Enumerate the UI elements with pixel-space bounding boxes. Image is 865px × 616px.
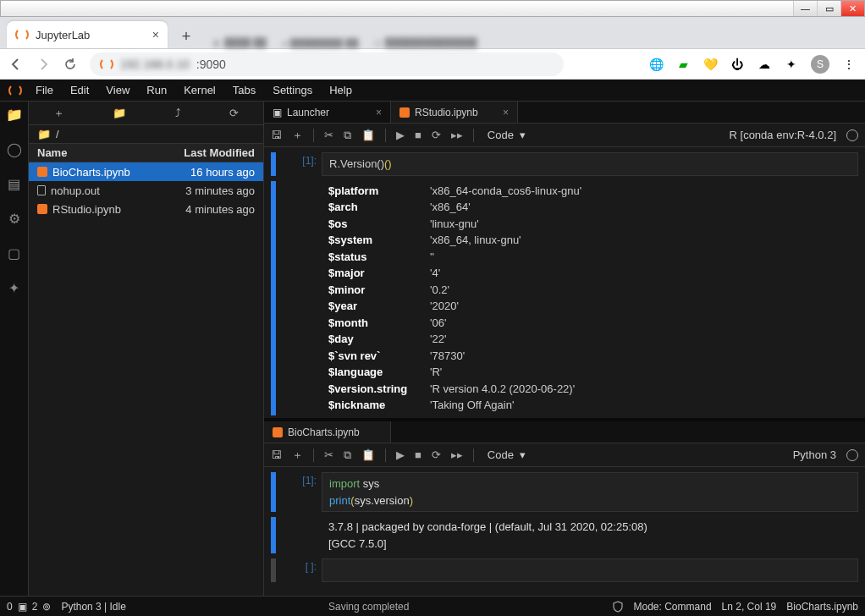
- paste-button[interactable]: 📋: [361, 448, 375, 461]
- kebab-menu-icon[interactable]: ⋮: [841, 57, 857, 72]
- back-button[interactable]: [8, 57, 24, 72]
- code-cell[interactable]: [1]: import sys print(sys.version): [271, 472, 858, 512]
- menu-run[interactable]: Run: [138, 84, 175, 96]
- save-button[interactable]: 🖫: [271, 129, 282, 141]
- code-source-empty[interactable]: [322, 558, 858, 582]
- menu-tabs[interactable]: Tabs: [224, 84, 264, 96]
- tab-launcher[interactable]: ▣ Launcher ×: [264, 102, 391, 123]
- browser-tab-active[interactable]: JupyterLab ×: [7, 21, 168, 48]
- menu-file[interactable]: File: [27, 84, 62, 96]
- celltype-select[interactable]: Code ▾: [484, 448, 529, 461]
- ext-power-icon[interactable]: ⏻: [730, 57, 745, 72]
- fb-header-mod[interactable]: Last Modified: [184, 146, 255, 159]
- code-source[interactable]: R.Version()(): [322, 152, 858, 176]
- fb-header-name[interactable]: Name: [37, 146, 67, 159]
- paste-button[interactable]: 📋: [361, 129, 375, 141]
- menu-edit[interactable]: Edit: [62, 84, 97, 96]
- status-kernel[interactable]: Python 3 | Idle: [61, 601, 126, 613]
- propertyinspector-tab-icon[interactable]: ⚙: [8, 211, 20, 227]
- cut-button[interactable]: ✂: [324, 448, 333, 461]
- forward-button[interactable]: [36, 57, 51, 72]
- bot-notebook[interactable]: [1]: import sys print(sys.version) 3.7.8…: [264, 467, 865, 596]
- menu-settings[interactable]: Settings: [264, 84, 321, 96]
- jupyterlab-shell: File Edit View Run Kernel Tabs Settings …: [0, 80, 865, 616]
- new-launcher-button[interactable]: ＋: [53, 106, 64, 121]
- commands-tab-icon[interactable]: ▤: [8, 176, 20, 192]
- url-port: :9090: [196, 58, 226, 71]
- new-tab-button[interactable]: +: [174, 25, 198, 48]
- close-icon[interactable]: ×: [503, 107, 509, 118]
- code-cell[interactable]: [1]: R.Version()(): [271, 152, 858, 176]
- top-nb-toolbar: 🖫 ＋ ✂ ⧉ 📋 ▶ ■ ⟳ ▸▸ Code ▾ R [conda env:R…: [264, 124, 865, 147]
- interrupt-button[interactable]: ■: [415, 129, 421, 141]
- refresh-button[interactable]: ⟳: [229, 107, 239, 119]
- status-cursor[interactable]: Ln 2, Col 19: [722, 601, 777, 613]
- tab-biocharts[interactable]: BioCharts.ipynb: [264, 421, 391, 443]
- jupyter-logo-icon: [3, 80, 27, 102]
- runall-button[interactable]: ▸▸: [451, 448, 463, 461]
- tab-rstudio[interactable]: RStudio.ipynb ×: [391, 102, 518, 123]
- fb-item-modified: 4 minutes ago: [185, 203, 255, 216]
- menu-view[interactable]: View: [97, 84, 138, 96]
- restart-button[interactable]: ⟳: [432, 129, 441, 141]
- fb-item-modified: 3 minutes ago: [185, 184, 255, 197]
- celltype-select[interactable]: Code ▾: [484, 129, 529, 141]
- output-area: 3.7.8 | packaged by conda-forge | (defau…: [322, 517, 858, 553]
- runall-button[interactable]: ▸▸: [451, 129, 463, 141]
- fb-item-name: RStudio.ipynb: [52, 203, 121, 216]
- fb-header: Name Last Modified: [29, 144, 263, 162]
- browser-tab-title: JupyterLab: [36, 29, 90, 41]
- menu-kernel[interactable]: Kernel: [175, 84, 224, 96]
- openfiles-tab-icon[interactable]: ▢: [8, 245, 20, 261]
- reload-button[interactable]: [63, 57, 78, 72]
- ext-heart-icon[interactable]: 💛: [702, 57, 718, 72]
- close-icon[interactable]: ×: [376, 107, 382, 118]
- fb-item[interactable]: RStudio.ipynb4 minutes ago: [29, 200, 263, 218]
- status-mode[interactable]: Mode: Command: [634, 601, 712, 613]
- top-notebook[interactable]: [1]: R.Version()() $platform'x86_64-cond…: [264, 147, 865, 418]
- kernel-name[interactable]: R [conda env:R-4.0.2]: [730, 129, 836, 141]
- menu-help[interactable]: Help: [321, 84, 361, 96]
- status-bar: 0▣2⊚ Python 3 | Idle Saving completed Mo…: [0, 596, 865, 616]
- insert-cell-button[interactable]: ＋: [292, 128, 303, 143]
- run-button[interactable]: ▶: [396, 129, 405, 141]
- in-prompt: [1]:: [281, 472, 322, 512]
- top-tabbar: ▣ Launcher × RStudio.ipynb ×: [264, 102, 865, 124]
- run-button[interactable]: ▶: [396, 448, 405, 461]
- restart-button[interactable]: ⟳: [432, 448, 441, 461]
- copy-button[interactable]: ⧉: [344, 129, 351, 142]
- fb-item[interactable]: nohup.out3 minutes ago: [29, 181, 263, 200]
- insert-cell-button[interactable]: ＋: [292, 448, 303, 463]
- ext-globe-icon[interactable]: 🌐: [648, 57, 664, 72]
- extensions-icon[interactable]: ✦: [784, 57, 799, 72]
- upload-button[interactable]: ⤴: [175, 107, 181, 119]
- in-prompt: [1]:: [281, 152, 322, 176]
- code-source[interactable]: import sys print(sys.version): [322, 472, 858, 512]
- window-maximize-button[interactable]: ▭: [817, 1, 840, 16]
- extensionmanager-tab-icon[interactable]: ✦: [8, 280, 19, 296]
- trust-icon[interactable]: [612, 601, 624, 613]
- interrupt-button[interactable]: ■: [415, 448, 421, 461]
- status-terminals[interactable]: 0▣2⊚: [7, 601, 51, 613]
- code-cell-empty[interactable]: [ ]:: [271, 558, 858, 582]
- cut-button[interactable]: ✂: [324, 129, 333, 141]
- fb-item[interactable]: BioCharts.ipynb16 hours ago: [29, 162, 263, 181]
- ext-green-icon[interactable]: ▰: [675, 57, 691, 72]
- url-blurred: 192.168.0.10: [120, 58, 190, 71]
- breadcrumb[interactable]: 📁 /: [29, 125, 263, 144]
- status-path[interactable]: BioCharts.ipynb: [786, 601, 858, 613]
- crumb-root[interactable]: /: [56, 128, 59, 140]
- running-tab-icon[interactable]: ◯: [7, 141, 22, 157]
- copy-button[interactable]: ⧉: [344, 448, 351, 462]
- new-folder-button[interactable]: 📁: [113, 107, 126, 119]
- window-close-button[interactable]: ✕: [840, 1, 864, 16]
- profile-avatar[interactable]: S: [811, 55, 829, 74]
- address-bar[interactable]: 192.168.0.10 :9090: [90, 52, 564, 76]
- save-button[interactable]: 🖫: [271, 448, 282, 461]
- ext-cloud-icon[interactable]: ☁: [757, 57, 772, 72]
- kernel-name[interactable]: Python 3: [793, 448, 836, 461]
- window-minimize-button[interactable]: —: [793, 1, 817, 16]
- filebrowser-tab-icon[interactable]: 📁: [6, 107, 23, 123]
- tab-close-icon[interactable]: ×: [152, 28, 159, 41]
- browser-tab-strip: JupyterLab × + ◐ ████ ██● ████████ ██◎ █…: [0, 17, 865, 49]
